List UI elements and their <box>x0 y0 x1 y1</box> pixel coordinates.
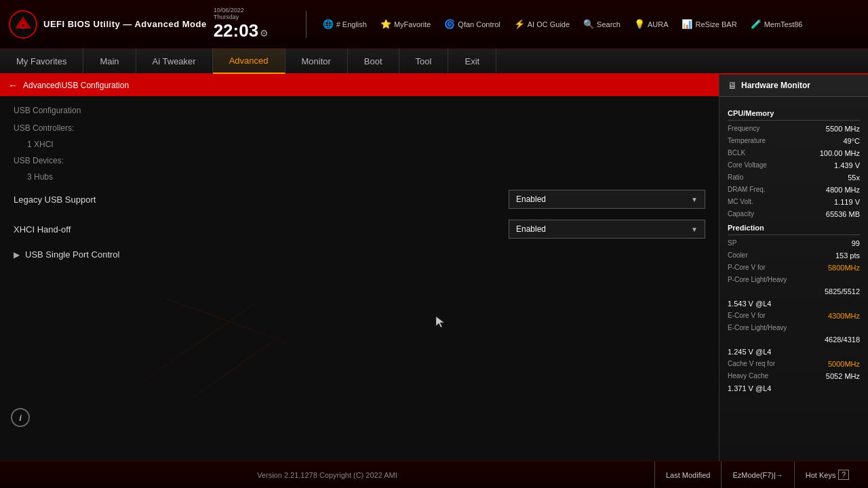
nav-myfavorite-label: MyFavorite <box>394 20 431 28</box>
hw-value-cache-v-l4: 1.371 V @L4 <box>728 384 771 392</box>
hw-row-corevolt: Core Voltage 1.439 V <box>728 161 860 169</box>
hw-row-pcore-lh-val: 5825/5512 <box>728 287 860 296</box>
ai-icon: ⚡ <box>514 19 525 29</box>
main-nav: My Favorites Main Ai Tweaker Advanced Mo… <box>0 49 868 75</box>
footer-actions: Last Modified EzMode(F7)|→ Hot Keys ? <box>654 462 868 489</box>
hw-label-cache-v-req: Cache V req for <box>728 360 775 368</box>
hw-row-pcore-lh: P-Core Light/Heavy <box>728 276 860 283</box>
hw-row-dramfreq: DRAM Freq. 4800 MHz <box>728 186 860 194</box>
hw-row-cache-v-req: Cache V req for 5000MHz <box>728 360 860 368</box>
nav-aioc-label: AI OC Guide <box>528 20 570 28</box>
hw-row-ecore-lh-val: 4628/4318 <box>728 336 860 344</box>
legacy-usb-label: Legacy USB Support <box>14 195 509 205</box>
tab-monitor[interactable]: Monitor <box>285 48 348 74</box>
date-display: 10/06/2022Thursday <box>214 7 244 20</box>
hw-row-ecore-v-for: E-Core V for 4300MHz <box>728 312 860 320</box>
nav-aioc[interactable]: ⚡ AI OC Guide <box>509 17 575 31</box>
memtest-icon: 🧪 <box>751 19 762 29</box>
hw-cpu-memory-title: CPU/Memory <box>728 109 860 121</box>
hw-row-bclk: BCLK 100.00 MHz <box>728 149 860 157</box>
globe-icon: 🌐 <box>323 19 334 29</box>
hw-row-pcore-v-for: P-Core V for 5800MHz <box>728 264 860 272</box>
nav-aura[interactable]: 💡 AURA <box>629 17 674 31</box>
header-divider <box>306 11 307 38</box>
legacy-usb-dropdown[interactable]: Enabled ▼ <box>509 190 705 209</box>
hw-row-pcore-v-l4: 1.543 V @L4 <box>728 300 860 308</box>
hw-value-cooler: 153 pts <box>835 251 860 260</box>
rog-logo <box>8 9 38 39</box>
xhci-handoff-value: Enabled <box>516 224 546 234</box>
tab-myfavorites[interactable]: My Favorites <box>0 48 83 74</box>
nav-memtest[interactable]: 🧪 MemTest86 <box>745 17 808 31</box>
hw-label-cooler: Cooler <box>728 251 747 260</box>
hw-value-pcore-v-l4: 1.543 V @L4 <box>728 300 771 308</box>
resize-icon: 📊 <box>682 19 692 29</box>
hw-row-temperature: Temperature 49°C <box>728 137 860 145</box>
usb-devices-label: USB Devices: <box>0 152 719 169</box>
nav-memtest-label: MemTest86 <box>764 20 803 28</box>
hw-label-dramfreq: DRAM Freq. <box>728 186 766 194</box>
nav-aura-label: AURA <box>648 20 669 28</box>
tab-boot[interactable]: Boot <box>348 48 399 74</box>
hw-monitor-header: 🖥 Hardware Monitor <box>719 75 868 97</box>
hw-label-heavy-cache: Heavy Cache <box>728 372 768 380</box>
time-display: 22:03 <box>214 20 259 41</box>
footer-hotkeys-icon: ? <box>838 470 849 480</box>
hw-label-sp: SP <box>728 239 736 247</box>
hw-row-cooler: Cooler 153 pts <box>728 251 860 260</box>
tab-advanced[interactable]: Advanced <box>213 48 285 74</box>
nav-search[interactable]: 🔍 Search <box>578 17 626 31</box>
nav-qfan-label: Qfan Control <box>458 20 500 28</box>
hw-row-ecore-v-l4: 1.245 V @L4 <box>728 348 860 356</box>
hw-value-bclk: 100.00 MHz <box>820 149 860 157</box>
config-list: USB Configuration USB Controllers: 1 XHC… <box>0 96 719 270</box>
usb-devices-value: 3 Hubs <box>0 169 719 184</box>
hw-label-ecore-lh: E-Core Light/Heavy <box>728 324 787 331</box>
gear-icon: ⚙ <box>260 28 269 39</box>
hw-value-corevolt: 1.439 V <box>834 161 860 169</box>
info-button[interactable]: i <box>11 408 30 427</box>
hw-label-temperature: Temperature <box>728 137 766 145</box>
tab-aitweaker[interactable]: Ai Tweaker <box>136 48 213 74</box>
nav-english[interactable]: 🌐 # English <box>317 17 372 31</box>
footer-hotkeys[interactable]: Hot Keys ? <box>794 462 860 489</box>
tab-tool[interactable]: Tool <box>399 48 449 74</box>
hw-row-heavy-cache: Heavy Cache 5052 MHz <box>728 372 860 380</box>
hw-prediction-title: Prediction <box>728 224 860 235</box>
hw-label-ecore-v-for: E-Core V for <box>728 312 766 320</box>
hw-value-ecore-v-l4: 1.245 V @L4 <box>728 348 771 356</box>
hw-row-mcvolt: MC Volt. 1.119 V <box>728 198 860 206</box>
hw-value-sp: 99 <box>852 239 860 247</box>
hw-row-sp: SP 99 <box>728 239 860 247</box>
cursor <box>434 315 448 329</box>
hw-monitor-panel: 🖥 Hardware Monitor CPU/Memory Frequency … <box>719 75 868 461</box>
legacy-usb-dropdown-arrow: ▼ <box>691 196 698 203</box>
hw-value-heavy-cache: 5052 MHz <box>826 372 860 380</box>
breadcrumb-back-arrow[interactable]: ← <box>8 80 18 91</box>
nav-resizebar[interactable]: 📊 ReSize BAR <box>676 17 742 31</box>
nav-qfan[interactable]: 🌀 Qfan Control <box>439 17 505 31</box>
footer-hotkeys-label: Hot Keys <box>806 471 836 479</box>
nav-resizebar-label: ReSize BAR <box>695 20 736 28</box>
header-nav: 🌐 # English ⭐ MyFavorite 🌀 Qfan Control … <box>317 17 860 31</box>
header: UEFI BIOS Utility — Advanced Mode 10/06/… <box>0 0 868 49</box>
hw-value-pcore-lh: 5825/5512 <box>728 287 860 296</box>
datetime-block: 10/06/2022Thursday 22:03 ⚙ <box>214 7 295 41</box>
nav-myfavorite[interactable]: ⭐ MyFavorite <box>375 17 436 31</box>
hw-value-dramfreq: 4800 MHz <box>826 186 860 194</box>
xhci-handoff-dropdown[interactable]: Enabled ▼ <box>509 220 705 239</box>
legacy-usb-value: Enabled <box>516 195 546 204</box>
hw-label-frequency: Frequency <box>728 125 760 133</box>
xhci-handoff-dropdown-arrow: ▼ <box>691 226 698 233</box>
hw-value-frequency: 5500 MHz <box>826 125 860 133</box>
xhci-handoff-label: XHCI Hand-off <box>14 224 509 235</box>
breadcrumb-bar: ← Advanced\USB Configuration <box>0 75 719 96</box>
tab-exit[interactable]: Exit <box>448 48 496 74</box>
usb-single-port-label: USB Single Port Control <box>25 249 119 260</box>
tab-main[interactable]: Main <box>83 48 136 74</box>
usb-single-port-expandable[interactable]: ▶ USB Single Port Control <box>0 244 719 265</box>
hw-label-pcore-v-for: P-Core V for <box>728 264 766 272</box>
footer-ezmode[interactable]: EzMode(F7)|→ <box>721 462 793 489</box>
hw-label-bclk: BCLK <box>728 149 745 157</box>
footer-last-modified[interactable]: Last Modified <box>654 462 721 489</box>
